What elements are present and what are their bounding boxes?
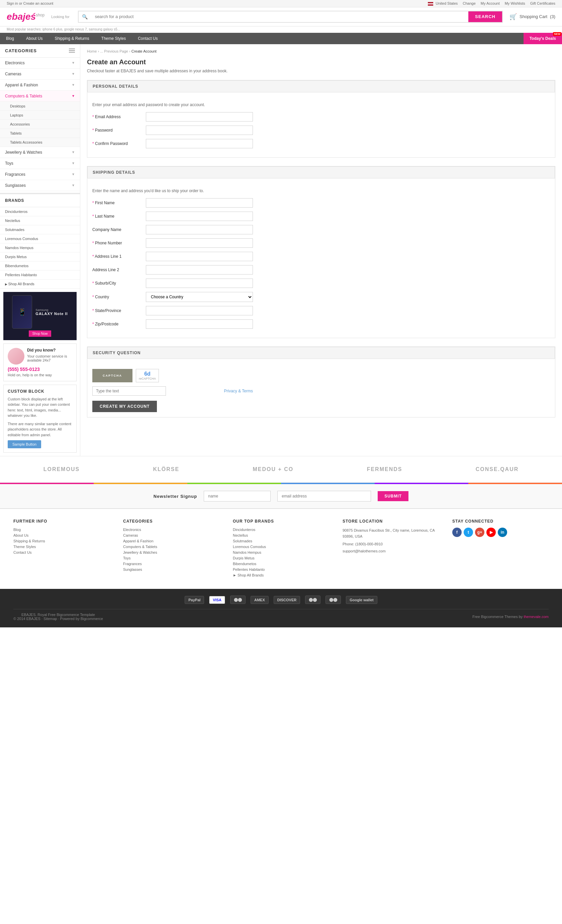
confirm-password-input[interactable] xyxy=(146,139,253,148)
sidebar-item-computers[interactable]: Computers & Tablets ▼ xyxy=(0,91,80,102)
sidebar-item-cameras[interactable]: Cameras ▼ xyxy=(0,69,80,80)
my-account-link[interactable]: My Account xyxy=(481,2,500,5)
privacy-terms-link[interactable]: Privacy & Terms xyxy=(224,388,253,393)
search-button[interactable]: SEARCH xyxy=(468,11,502,22)
footer-cat-computers[interactable]: Computers & Tablets xyxy=(123,545,220,549)
brand-loremous[interactable]: Loremous Comodus xyxy=(0,234,80,243)
google-plus-icon[interactable]: g+ xyxy=(475,528,484,537)
themevale-link[interactable]: themevale.com xyxy=(523,615,549,619)
footer-brand-3[interactable]: Solutmades xyxy=(233,539,329,543)
hamburger-icon[interactable] xyxy=(69,48,75,52)
first-name-row: First Name xyxy=(92,198,550,208)
footer-cat-apparel[interactable]: Apparel & Fashion xyxy=(123,539,220,543)
footer-cat-sunglasses[interactable]: Sunglasses xyxy=(123,567,220,572)
brand-pellentes[interactable]: Pellentes Habitanto xyxy=(0,270,80,279)
footer-brand-1[interactable]: Dincidunteros xyxy=(233,528,329,532)
breadcrumb-home[interactable]: Home xyxy=(87,49,97,53)
suburb-row: Suburb/City xyxy=(92,279,550,288)
captcha-input-row: Privacy & Terms xyxy=(92,386,253,396)
nav-blog[interactable]: Blog xyxy=(0,33,20,44)
twitter-icon[interactable]: t xyxy=(464,528,473,537)
gift-certificates-link[interactable]: Gift Certificates xyxy=(530,2,555,5)
sidebar-item-jewellery[interactable]: Jewellery & Watches ▼ xyxy=(0,147,80,158)
footer-brand-7[interactable]: Bibendumetos xyxy=(233,562,329,566)
sidebar-sub-accessories[interactable]: Accessories xyxy=(0,120,80,129)
footer-link-theme[interactable]: Theme Styles xyxy=(13,545,110,549)
footer-link-shipping[interactable]: Shipping & Returns xyxy=(13,539,110,543)
company-name-input[interactable] xyxy=(146,225,253,234)
footer-shop-all-brands[interactable]: ► Shop All Brands xyxy=(233,573,329,577)
breadcrumb-previous[interactable]: ... Previous Page xyxy=(100,49,128,53)
shop-all-brands[interactable]: Shop All Brands xyxy=(0,279,80,289)
address2-row: Address Line 2 xyxy=(92,265,550,274)
sidebar-item-sunglasses[interactable]: Sunglasses ▼ xyxy=(0,180,80,191)
shop-now-button[interactable]: Shop Now xyxy=(29,330,51,337)
footer-brand-8[interactable]: Pellentes Habitanto xyxy=(233,567,329,572)
search-input[interactable] xyxy=(91,11,468,22)
signin-link[interactable]: Sign in or Create an account xyxy=(7,2,53,5)
arrow-icon: ▼ xyxy=(72,183,75,187)
sidebar-item-electronics[interactable]: Electronics ▼ xyxy=(0,58,80,69)
suburb-input[interactable] xyxy=(146,279,253,288)
newsletter-name-input[interactable] xyxy=(204,491,271,501)
sample-button[interactable]: Sample Button xyxy=(8,440,41,448)
country-select[interactable]: Choose a Country United States United Ki… xyxy=(146,292,253,302)
footer-brand-2[interactable]: Nectellus xyxy=(233,533,329,537)
phone-number[interactable]: (555) 555-0123 xyxy=(8,367,72,372)
phone-input[interactable] xyxy=(146,238,253,248)
nav-theme-styles[interactable]: Theme Styles xyxy=(95,33,132,44)
my-wishlists-link[interactable]: My Wishlists xyxy=(505,2,525,5)
brand-solutmades[interactable]: Solutmades xyxy=(0,225,80,234)
footer-brand-4[interactable]: Loremous Comodus xyxy=(233,545,329,549)
password-input[interactable] xyxy=(146,126,253,135)
brand-bibendumetos[interactable]: Bibendumetos xyxy=(0,261,80,270)
sidebar-item-toys[interactable]: Toys ▼ xyxy=(0,158,80,169)
youtube-icon[interactable]: ▶ xyxy=(486,528,496,537)
footer-cat-fragrances[interactable]: Fragrances xyxy=(123,562,220,566)
footer-cat-toys[interactable]: Toys xyxy=(123,556,220,560)
sidebar-sub-tablets-accessories[interactable]: Tablets Accessories xyxy=(0,138,80,147)
footer-link-blog[interactable]: Blog xyxy=(13,528,110,532)
footer-cat-jewellery[interactable]: Jewellery & Watches xyxy=(123,550,220,554)
sidebar-sub-laptops[interactable]: Laptops xyxy=(0,111,80,120)
nav-about-us[interactable]: About Us xyxy=(20,33,48,44)
todays-deals[interactable]: NEW Today's Deals xyxy=(523,33,562,44)
footer-brand-6[interactable]: Durpis Metus xyxy=(233,556,329,560)
facebook-icon[interactable]: f xyxy=(452,528,462,537)
brand-nectellus[interactable]: Nectellus xyxy=(0,216,80,225)
footer-link-about[interactable]: About Us xyxy=(13,533,110,537)
footer-link-contact[interactable]: Contact Us xyxy=(13,550,110,554)
change-country-link[interactable]: Change xyxy=(463,2,476,5)
cart-area[interactable]: 🛒 Shopping Cart (3) xyxy=(510,13,555,20)
sidebar-sub-tablets[interactable]: Tablets xyxy=(0,129,80,138)
footer-cat-electronics[interactable]: Electronics xyxy=(123,528,220,532)
zip-input[interactable] xyxy=(146,320,253,329)
brand-namdos[interactable]: Namdos Hempus xyxy=(0,243,80,252)
last-name-input[interactable] xyxy=(146,212,253,221)
linkedin-icon[interactable]: in xyxy=(498,528,507,537)
address1-input[interactable] xyxy=(146,252,253,261)
footer-categories-title: CATEGORIES xyxy=(123,519,220,524)
address2-label: Address Line 2 xyxy=(92,267,146,272)
captcha-badge: 6d reCAPTCHA xyxy=(136,369,159,382)
nav-contact-us[interactable]: Contact Us xyxy=(132,33,164,44)
sidebar-item-apparel[interactable]: Apparel & Fashion ▼ xyxy=(0,80,80,91)
state-input[interactable] xyxy=(146,306,253,315)
main-wrapper: CATEGORIES Electronics ▼ Cameras ▼ Appar… xyxy=(0,44,562,456)
logo[interactable]: ebajeśshop xyxy=(7,11,45,22)
brand-durpis[interactable]: Durpis Metus xyxy=(0,252,80,261)
newsletter-submit-button[interactable]: SUBMIT xyxy=(378,491,408,501)
nav-shipping[interactable]: Shipping & Returns xyxy=(48,33,95,44)
address2-input[interactable] xyxy=(146,265,253,274)
captcha-input[interactable] xyxy=(92,386,166,396)
phone-label: Phone Number xyxy=(92,241,146,245)
newsletter-email-input[interactable] xyxy=(277,491,371,501)
email-input[interactable] xyxy=(146,112,253,122)
footer-cat-cameras[interactable]: Cameras xyxy=(123,533,220,537)
sidebar-item-fragrances[interactable]: Fragrances ▼ xyxy=(0,169,80,180)
brand-dincidunteros[interactable]: Dincidunteros xyxy=(0,207,80,216)
create-account-button[interactable]: CREATE MY ACCOUNT xyxy=(92,401,157,412)
footer-brand-5[interactable]: Namdos Hempus xyxy=(233,550,329,554)
first-name-input[interactable] xyxy=(146,198,253,208)
sidebar-sub-desktops[interactable]: Desktops xyxy=(0,102,80,111)
